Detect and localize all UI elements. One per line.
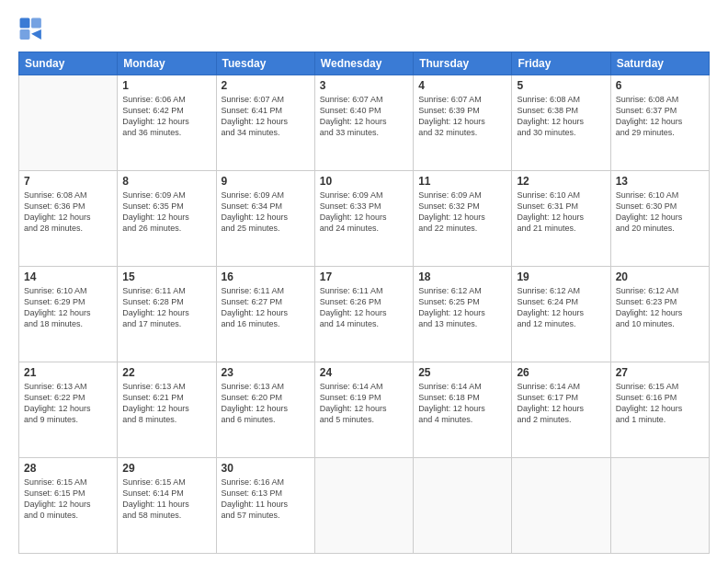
day-cell: 15Sunrise: 6:11 AM Sunset: 6:28 PM Dayli… [118, 267, 216, 362]
day-number: 17 [320, 270, 408, 283]
day-number: 13 [616, 175, 704, 188]
day-cell: 10Sunrise: 6:09 AM Sunset: 6:33 PM Dayli… [314, 171, 413, 267]
header [18, 17, 710, 42]
day-number: 8 [122, 175, 210, 188]
day-number: 25 [418, 366, 506, 379]
day-cell: 29Sunrise: 6:15 AM Sunset: 6:14 PM Dayli… [118, 458, 216, 554]
week-row-1: 1Sunrise: 6:06 AM Sunset: 6:42 PM Daylig… [19, 75, 710, 171]
day-cell: 24Sunrise: 6:14 AM Sunset: 6:19 PM Dayli… [314, 362, 413, 458]
day-cell: 23Sunrise: 6:13 AM Sunset: 6:20 PM Dayli… [216, 362, 314, 458]
day-number: 10 [320, 175, 408, 188]
svg-rect-0 [20, 18, 30, 29]
day-info: Sunrise: 6:08 AM Sunset: 6:36 PM Dayligh… [24, 190, 112, 235]
day-number: 24 [320, 366, 408, 379]
day-cell [314, 458, 413, 554]
day-cell: 26Sunrise: 6:14 AM Sunset: 6:17 PM Dayli… [512, 362, 610, 458]
day-info: Sunrise: 6:16 AM Sunset: 6:13 PM Dayligh… [222, 477, 310, 522]
day-number: 2 [222, 79, 310, 92]
weekday-header-wednesday: Wednesday [314, 52, 413, 75]
day-number: 26 [517, 366, 605, 379]
day-cell: 13Sunrise: 6:10 AM Sunset: 6:30 PM Dayli… [610, 171, 709, 267]
day-cell: 16Sunrise: 6:11 AM Sunset: 6:27 PM Dayli… [216, 267, 314, 362]
weekday-header-sunday: Sunday [19, 52, 118, 75]
week-row-2: 7Sunrise: 6:08 AM Sunset: 6:36 PM Daylig… [19, 171, 710, 267]
day-cell [512, 458, 610, 554]
page: SundayMondayTuesdayWednesdayThursdayFrid… [0, 0, 728, 563]
day-cell: 8Sunrise: 6:09 AM Sunset: 6:35 PM Daylig… [118, 171, 216, 267]
day-cell: 7Sunrise: 6:08 AM Sunset: 6:36 PM Daylig… [19, 171, 118, 267]
day-cell: 6Sunrise: 6:08 AM Sunset: 6:37 PM Daylig… [610, 75, 709, 171]
day-number: 22 [122, 366, 210, 379]
day-info: Sunrise: 6:11 AM Sunset: 6:26 PM Dayligh… [320, 285, 408, 330]
day-info: Sunrise: 6:09 AM Sunset: 6:32 PM Dayligh… [418, 190, 506, 235]
day-info: Sunrise: 6:15 AM Sunset: 6:14 PM Dayligh… [122, 477, 210, 522]
day-cell: 1Sunrise: 6:06 AM Sunset: 6:42 PM Daylig… [118, 75, 216, 171]
day-info: Sunrise: 6:12 AM Sunset: 6:24 PM Dayligh… [517, 285, 605, 330]
day-number: 9 [222, 175, 310, 188]
day-cell: 2Sunrise: 6:07 AM Sunset: 6:41 PM Daylig… [216, 75, 314, 171]
day-number: 5 [517, 79, 605, 92]
day-number: 14 [24, 270, 112, 283]
day-info: Sunrise: 6:10 AM Sunset: 6:29 PM Dayligh… [24, 285, 112, 330]
day-number: 29 [122, 462, 210, 475]
day-number: 23 [222, 366, 310, 379]
svg-rect-2 [20, 29, 30, 40]
day-cell: 17Sunrise: 6:11 AM Sunset: 6:26 PM Dayli… [314, 267, 413, 362]
svg-marker-3 [31, 29, 41, 40]
day-number: 28 [24, 462, 112, 475]
logo [18, 17, 48, 42]
day-info: Sunrise: 6:13 AM Sunset: 6:22 PM Dayligh… [24, 381, 112, 426]
logo-icon [18, 17, 44, 42]
day-number: 16 [222, 270, 310, 283]
day-cell: 12Sunrise: 6:10 AM Sunset: 6:31 PM Dayli… [512, 171, 610, 267]
day-cell: 20Sunrise: 6:12 AM Sunset: 6:23 PM Dayli… [610, 267, 709, 362]
day-info: Sunrise: 6:14 AM Sunset: 6:17 PM Dayligh… [517, 381, 605, 426]
day-number: 11 [418, 175, 506, 188]
day-info: Sunrise: 6:14 AM Sunset: 6:19 PM Dayligh… [320, 381, 408, 426]
day-info: Sunrise: 6:15 AM Sunset: 6:16 PM Dayligh… [616, 381, 704, 426]
day-info: Sunrise: 6:10 AM Sunset: 6:30 PM Dayligh… [616, 190, 704, 235]
day-info: Sunrise: 6:09 AM Sunset: 6:33 PM Dayligh… [320, 190, 408, 235]
day-cell: 11Sunrise: 6:09 AM Sunset: 6:32 PM Dayli… [414, 171, 512, 267]
day-info: Sunrise: 6:11 AM Sunset: 6:28 PM Dayligh… [122, 285, 210, 330]
svg-rect-1 [31, 18, 41, 29]
week-row-3: 14Sunrise: 6:10 AM Sunset: 6:29 PM Dayli… [19, 267, 710, 362]
day-info: Sunrise: 6:07 AM Sunset: 6:39 PM Dayligh… [418, 94, 506, 139]
day-cell: 19Sunrise: 6:12 AM Sunset: 6:24 PM Dayli… [512, 267, 610, 362]
day-number: 4 [418, 79, 506, 92]
day-info: Sunrise: 6:08 AM Sunset: 6:38 PM Dayligh… [517, 94, 605, 139]
day-cell: 4Sunrise: 6:07 AM Sunset: 6:39 PM Daylig… [414, 75, 512, 171]
day-info: Sunrise: 6:07 AM Sunset: 6:41 PM Dayligh… [222, 94, 310, 139]
weekday-header-friday: Friday [512, 52, 610, 75]
calendar-table: SundayMondayTuesdayWednesdayThursdayFrid… [18, 52, 710, 554]
day-cell: 9Sunrise: 6:09 AM Sunset: 6:34 PM Daylig… [216, 171, 314, 267]
day-cell: 28Sunrise: 6:15 AM Sunset: 6:15 PM Dayli… [19, 458, 118, 554]
day-cell: 18Sunrise: 6:12 AM Sunset: 6:25 PM Dayli… [414, 267, 512, 362]
day-info: Sunrise: 6:09 AM Sunset: 6:34 PM Dayligh… [222, 190, 310, 235]
day-cell: 22Sunrise: 6:13 AM Sunset: 6:21 PM Dayli… [118, 362, 216, 458]
day-info: Sunrise: 6:10 AM Sunset: 6:31 PM Dayligh… [517, 190, 605, 235]
day-info: Sunrise: 6:15 AM Sunset: 6:15 PM Dayligh… [24, 477, 112, 522]
day-cell: 3Sunrise: 6:07 AM Sunset: 6:40 PM Daylig… [314, 75, 413, 171]
weekday-header-row: SundayMondayTuesdayWednesdayThursdayFrid… [19, 52, 710, 75]
week-row-4: 21Sunrise: 6:13 AM Sunset: 6:22 PM Dayli… [19, 362, 710, 458]
day-info: Sunrise: 6:14 AM Sunset: 6:18 PM Dayligh… [418, 381, 506, 426]
day-info: Sunrise: 6:11 AM Sunset: 6:27 PM Dayligh… [222, 285, 310, 330]
day-cell [610, 458, 709, 554]
day-cell [19, 75, 118, 171]
day-number: 18 [418, 270, 506, 283]
day-info: Sunrise: 6:08 AM Sunset: 6:37 PM Dayligh… [616, 94, 704, 139]
day-number: 12 [517, 175, 605, 188]
day-number: 19 [517, 270, 605, 283]
day-number: 3 [320, 79, 408, 92]
day-cell: 14Sunrise: 6:10 AM Sunset: 6:29 PM Dayli… [19, 267, 118, 362]
day-cell: 30Sunrise: 6:16 AM Sunset: 6:13 PM Dayli… [216, 458, 314, 554]
day-number: 6 [616, 79, 704, 92]
weekday-header-saturday: Saturday [610, 52, 709, 75]
weekday-header-monday: Monday [118, 52, 216, 75]
day-cell [414, 458, 512, 554]
day-info: Sunrise: 6:12 AM Sunset: 6:25 PM Dayligh… [418, 285, 506, 330]
day-info: Sunrise: 6:13 AM Sunset: 6:21 PM Dayligh… [122, 381, 210, 426]
day-cell: 5Sunrise: 6:08 AM Sunset: 6:38 PM Daylig… [512, 75, 610, 171]
day-number: 15 [122, 270, 210, 283]
